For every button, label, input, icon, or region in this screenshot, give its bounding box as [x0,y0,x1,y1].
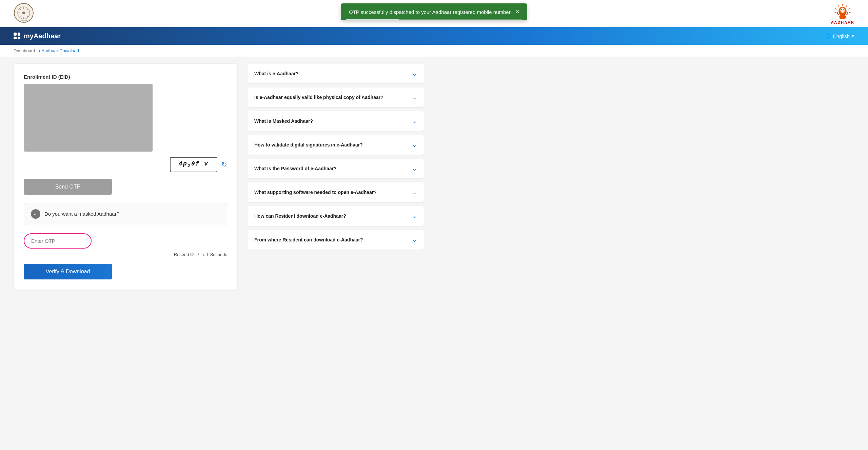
section-title: Enrollment ID (EID) [24,74,227,80]
masked-aadhaar-label: Do you want a masked Aadhaar? [44,211,119,217]
captcha-refresh-button[interactable]: ↻ [221,160,227,169]
faq-question-6: What supporting software needed to open … [254,190,412,195]
faq-item-3[interactable]: What is Masked Aadhaar? ⌄ [248,111,424,131]
faq-chevron-4: ⌄ [412,141,417,149]
faq-item-4[interactable]: How to validate digital signatures in e-… [248,135,424,155]
progress-fill [346,19,399,20]
resend-otp-text: Resend OTP in: 1 Seconds [24,252,227,257]
notification-banner: OTP successfully dispatched to your Aadh… [341,3,527,20]
faq-question-4: How to validate digital signatures in e-… [254,142,412,148]
nav-brand-label: myAadhaar [24,32,61,40]
breadcrumb-current: eAadhaar Download [39,48,79,53]
notification-progress [346,19,522,20]
otp-underline [24,251,227,251]
captcha-image: 4pz9f v [170,157,217,172]
chevron-down-icon: ▾ [852,33,854,39]
svg-point-22 [843,9,844,10]
faq-question-7: How can Resident download e-Aadhaar? [254,213,412,219]
faq-question-1: What is e-Aadhaar? [254,71,412,76]
top-header: सत्यमेव जयते OTP successfully dispatched… [0,0,868,27]
masked-aadhaar-row[interactable]: ✓ Do you want a masked Aadhaar? [24,203,227,225]
faq-chevron-3: ⌄ [412,117,417,125]
breadcrumb-separator: › [36,48,38,53]
faq-chevron-6: ⌄ [412,189,417,196]
faq-question-2: Is e-Aadhaar equally valid like physical… [254,95,412,100]
notification-close-button[interactable]: × [516,9,519,15]
grid-icon [14,33,20,39]
send-otp-button[interactable]: Send OTP [24,179,112,195]
svg-line-14 [849,8,850,9]
main-content: Enrollment ID (EID) 4pz9f v ↻ Send OTP ✓… [0,57,475,296]
svg-point-20 [841,7,845,13]
language-icon: 🌐 [825,33,831,39]
faq-item-7[interactable]: How can Resident download e-Aadhaar? ⌄ [248,206,424,226]
captcha-row: 4pz9f v ↻ [24,157,227,172]
form-panel: Enrollment ID (EID) 4pz9f v ↻ Send OTP ✓… [14,64,237,290]
notification-message: OTP successfully dispatched to your Aadh… [349,9,511,15]
masked-checkbox-icon: ✓ [31,209,40,219]
faq-item-8[interactable]: From where Resident can download e-Aadha… [248,230,424,250]
otp-input-container [24,233,227,249]
eid-input-blurred [24,84,153,152]
aadhaar-logo: AADHAAR [831,3,854,24]
faq-chevron-1: ⌄ [412,70,417,77]
faq-chevron-2: ⌄ [412,94,417,101]
faq-question-8: From where Resident can download e-Aadha… [254,237,412,242]
breadcrumb: Dashboard › eAadhaar Download [0,45,868,57]
faq-question-3: What is Masked Aadhaar? [254,118,412,124]
faq-question-5: What Is the Password of e-Aadhaar? [254,166,412,171]
svg-text:सत्यमेव जयते: सत्यमेव जयते [20,20,27,21]
faq-item-6[interactable]: What supporting software needed to open … [248,182,424,202]
faq-chevron-8: ⌄ [412,236,417,243]
captcha-input[interactable] [24,159,166,170]
svg-line-17 [835,8,837,9]
faq-chevron-7: ⌄ [412,212,417,220]
otp-input[interactable] [24,233,92,249]
faq-item-2[interactable]: Is e-Aadhaar equally valid like physical… [248,87,424,107]
language-label: English [833,33,850,39]
svg-point-2 [22,12,25,14]
svg-point-21 [841,9,842,10]
svg-line-13 [846,5,847,6]
govt-logo: सत्यमेव जयते [14,3,34,24]
svg-line-16 [838,5,839,6]
verify-download-button[interactable]: Verify & Download [24,264,112,279]
breadcrumb-home-link[interactable]: Dashboard [14,48,35,53]
language-selector[interactable]: 🌐 English ▾ [825,33,854,39]
faq-chevron-5: ⌄ [412,165,417,172]
faq-item-1[interactable]: What is e-Aadhaar? ⌄ [248,64,424,83]
faq-item-5[interactable]: What Is the Password of e-Aadhaar? ⌄ [248,159,424,178]
aadhaar-brand-text: AADHAAR [831,20,854,24]
nav-bar: myAadhaar 🌐 English ▾ [0,27,868,45]
nav-brand: myAadhaar [14,32,61,40]
faq-panel: What is e-Aadhaar? ⌄ Is e-Aadhaar equall… [248,64,424,290]
